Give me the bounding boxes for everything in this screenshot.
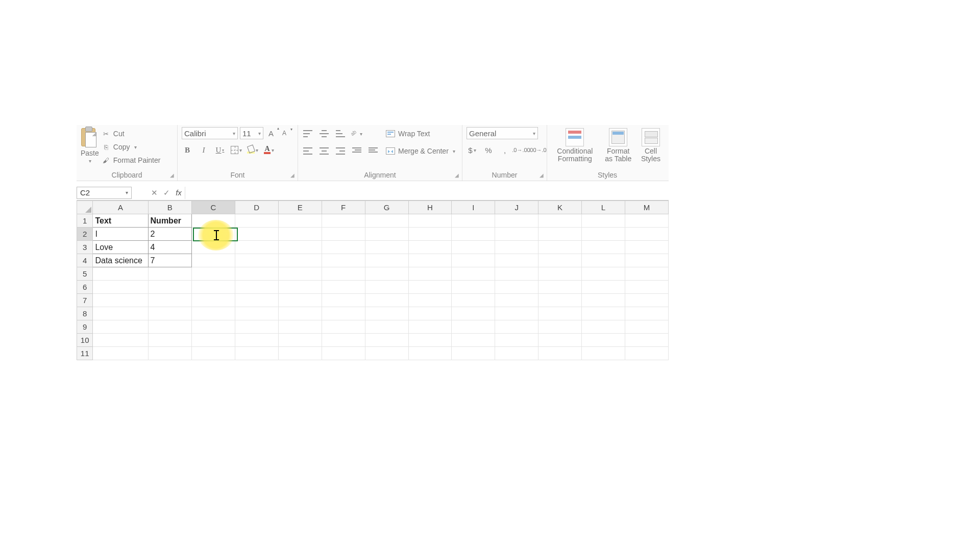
cell-G9[interactable]	[365, 320, 408, 334]
cell-C4[interactable]	[191, 254, 235, 267]
format-painter-button[interactable]: 🖌 Format Painter	[102, 155, 161, 166]
cell-B6[interactable]	[148, 281, 191, 294]
font-color-button[interactable]: A▾	[263, 144, 275, 156]
cell-M5[interactable]	[625, 267, 668, 281]
cell-B7[interactable]	[148, 294, 191, 307]
cell-L7[interactable]	[582, 294, 625, 307]
name-box[interactable]: C2 ▾	[77, 187, 132, 199]
cell-E7[interactable]	[278, 294, 322, 307]
cell-J1[interactable]	[495, 214, 538, 228]
cell-L2[interactable]	[582, 228, 625, 241]
dialog-launcher-icon[interactable]: ◢	[540, 172, 546, 179]
cell-A2[interactable]: I	[93, 228, 148, 241]
cell-H10[interactable]	[408, 334, 452, 347]
formula-input[interactable]	[185, 187, 669, 199]
cell-G7[interactable]	[365, 294, 408, 307]
cell-I6[interactable]	[452, 281, 495, 294]
cell-E6[interactable]	[278, 281, 322, 294]
row-header[interactable]: 6	[77, 281, 93, 294]
cell-L5[interactable]	[582, 267, 625, 281]
increase-font-button[interactable]: A▴	[265, 128, 277, 139]
cell-F7[interactable]	[322, 294, 365, 307]
cell-K8[interactable]	[538, 307, 582, 320]
cell-I9[interactable]	[452, 320, 495, 334]
accounting-format-button[interactable]: $▾	[467, 144, 478, 156]
cell-B9[interactable]	[148, 320, 191, 334]
cell-A6[interactable]	[93, 281, 148, 294]
number-format-select[interactable]: General ▾	[467, 127, 538, 139]
row-header[interactable]: 7	[77, 294, 93, 307]
cell-B8[interactable]	[148, 307, 191, 320]
cell-F11[interactable]	[322, 347, 365, 360]
row-header[interactable]: 3	[77, 241, 93, 254]
cell-D4[interactable]	[235, 254, 278, 267]
cell-I8[interactable]	[452, 307, 495, 320]
increase-indent-button[interactable]	[368, 145, 379, 157]
cell-M1[interactable]	[625, 214, 668, 228]
cell-K3[interactable]	[538, 241, 582, 254]
cell-I4[interactable]	[452, 254, 495, 267]
cell-E2[interactable]	[278, 228, 322, 241]
cell-B2[interactable]: 2	[148, 228, 191, 241]
cell-G5[interactable]	[365, 267, 408, 281]
cell-G3[interactable]	[365, 241, 408, 254]
cell-A5[interactable]	[93, 267, 148, 281]
cell-A7[interactable]	[93, 294, 148, 307]
cut-button[interactable]: ✂ Cut	[102, 128, 161, 139]
cell-D6[interactable]	[235, 281, 278, 294]
column-header[interactable]: I	[452, 201, 495, 214]
row-header[interactable]: 11	[77, 347, 93, 360]
align-middle-button[interactable]	[318, 128, 330, 139]
cell-I10[interactable]	[452, 334, 495, 347]
cell-K9[interactable]	[538, 320, 582, 334]
dialog-launcher-icon[interactable]: ◢	[170, 172, 176, 179]
cell-H1[interactable]	[408, 214, 452, 228]
cell-M11[interactable]	[625, 347, 668, 360]
row-header[interactable]: 2	[77, 228, 93, 241]
column-header[interactable]: F	[322, 201, 365, 214]
cell-J6[interactable]	[495, 281, 538, 294]
cell-D10[interactable]	[235, 334, 278, 347]
cell-B5[interactable]	[148, 267, 191, 281]
cell-G6[interactable]	[365, 281, 408, 294]
column-header[interactable]: D	[235, 201, 278, 214]
cell-J8[interactable]	[495, 307, 538, 320]
cell-A9[interactable]	[93, 320, 148, 334]
cell-C3[interactable]	[191, 241, 235, 254]
cell-E4[interactable]	[278, 254, 322, 267]
cell-D3[interactable]	[235, 241, 278, 254]
cell-H3[interactable]	[408, 241, 452, 254]
column-header[interactable]: K	[538, 201, 582, 214]
conditional-formatting-button[interactable]: Conditional Formatting	[551, 127, 599, 163]
cell-I3[interactable]	[452, 241, 495, 254]
cell-G11[interactable]	[365, 347, 408, 360]
cell-C10[interactable]	[191, 334, 235, 347]
cell-H2[interactable]	[408, 228, 452, 241]
cell-L8[interactable]	[582, 307, 625, 320]
cell-E1[interactable]	[278, 214, 322, 228]
column-header[interactable]: M	[625, 201, 668, 214]
confirm-edit-button[interactable]: ✓	[160, 187, 173, 199]
column-header[interactable]: A	[93, 201, 148, 214]
cell-A4[interactable]: Data science	[93, 254, 148, 267]
cell-B11[interactable]	[148, 347, 191, 360]
cell-H5[interactable]	[408, 267, 452, 281]
cell-J4[interactable]	[495, 254, 538, 267]
cell-D11[interactable]	[235, 347, 278, 360]
row-header[interactable]: 5	[77, 267, 93, 281]
cell-E11[interactable]	[278, 347, 322, 360]
cell-M7[interactable]	[625, 294, 668, 307]
cell-K11[interactable]	[538, 347, 582, 360]
copy-button[interactable]: ⎘ Copy ▾	[102, 141, 161, 153]
cell-L9[interactable]	[582, 320, 625, 334]
column-header[interactable]: L	[582, 201, 625, 214]
cell-C11[interactable]	[191, 347, 235, 360]
cell-A10[interactable]	[93, 334, 148, 347]
align-left-button[interactable]	[302, 145, 313, 157]
cell-D2[interactable]	[235, 228, 278, 241]
cell-C9[interactable]	[191, 320, 235, 334]
cell-K10[interactable]	[538, 334, 582, 347]
column-header[interactable]: E	[278, 201, 322, 214]
cell-M9[interactable]	[625, 320, 668, 334]
column-header[interactable]: J	[495, 201, 538, 214]
